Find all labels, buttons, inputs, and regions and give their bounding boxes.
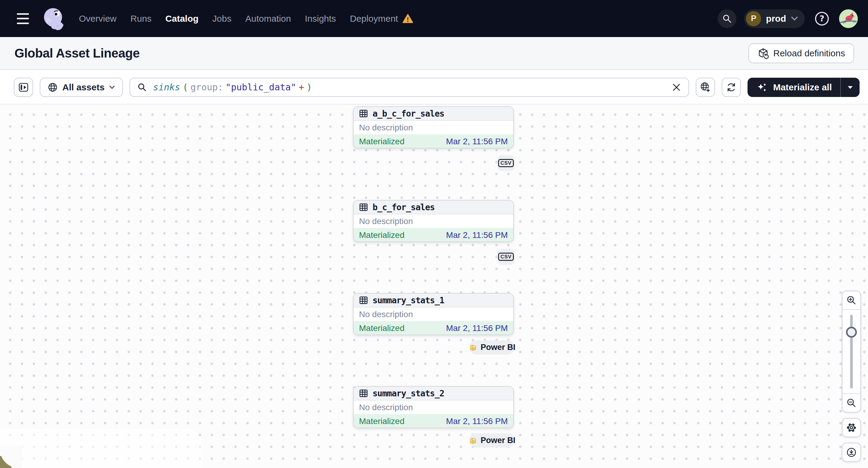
status-badge: Materialized xyxy=(359,416,404,426)
deployment-switcher[interactable]: P prod xyxy=(744,9,805,28)
asset-name: b_c_for_sales xyxy=(373,202,435,212)
dagster-logo-icon[interactable] xyxy=(42,7,65,30)
deployment-name: prod xyxy=(766,13,786,24)
status-badge: Materialized xyxy=(359,230,404,240)
asset-scope-label: All assets xyxy=(62,82,104,92)
powerbi-label: Power BI xyxy=(481,436,516,445)
page-header: Global Asset Lineage Reload definitions xyxy=(0,37,868,70)
question-icon: ? xyxy=(814,11,830,27)
asset-node-summary-stats-1[interactable]: summary_stats_1 No description Materiali… xyxy=(353,293,514,335)
query-close-paren: ) xyxy=(307,82,312,92)
nav-item-automation[interactable]: Automation xyxy=(245,13,291,24)
primary-nav: Overview Runs Catalog Jobs Automation In… xyxy=(79,13,413,24)
asset-status-row: Materialized Mar 2, 11:56 PM xyxy=(353,134,513,149)
zoom-in-icon xyxy=(846,295,857,305)
asset-node-b-c-for-sales[interactable]: b_c_for_sales No description Materialize… xyxy=(353,200,514,242)
materialization-timestamp[interactable]: Mar 2, 11:56 PM xyxy=(446,230,508,240)
powerbi-icon xyxy=(468,343,477,352)
materialization-timestamp[interactable]: Mar 2, 11:56 PM xyxy=(446,416,508,426)
clear-query-button[interactable] xyxy=(670,81,683,94)
search-icon xyxy=(137,83,147,92)
query-open-paren: ( xyxy=(183,82,188,92)
download-graph-button[interactable] xyxy=(842,443,861,462)
asset-status-row: Materialized Mar 2, 11:56 PM xyxy=(353,321,513,335)
close-icon xyxy=(673,84,680,91)
status-badge: Materialized xyxy=(359,137,404,146)
query-function: sinks xyxy=(153,82,180,92)
nav-item-insights[interactable]: Insights xyxy=(305,13,336,24)
zoom-slider[interactable] xyxy=(842,310,861,393)
warning-icon xyxy=(402,14,413,24)
zoom-slider-track[interactable] xyxy=(850,315,853,388)
caret-down-icon xyxy=(847,86,853,89)
asset-name: a_b_c_for_sales xyxy=(373,109,444,119)
graph-settings-button[interactable] xyxy=(842,418,861,437)
materialization-timestamp[interactable]: Mar 2, 11:56 PM xyxy=(446,323,508,333)
materialize-all-button[interactable]: Materialize all xyxy=(747,78,840,97)
asset-node-a-b-c-for-sales[interactable]: a_b_c_for_sales No description Materiali… xyxy=(353,106,514,149)
sparkles-icon xyxy=(756,81,768,93)
asset-name: summary_stats_2 xyxy=(373,388,444,399)
asset-node-header: b_c_for_sales xyxy=(353,200,513,214)
asset-scope-selector[interactable]: All assets xyxy=(40,78,123,97)
powerbi-kind-tag[interactable]: Power BI xyxy=(469,433,515,447)
nav-right-cluster: P prod ? xyxy=(718,9,858,28)
asset-node-header: summary_stats_2 xyxy=(353,387,513,401)
query-traversal-operator: + xyxy=(299,82,304,92)
csv-kind-tag[interactable]: CSV xyxy=(497,155,515,171)
nav-item-jobs[interactable]: Jobs xyxy=(212,13,231,24)
powerbi-label: Power BI xyxy=(481,343,516,352)
nav-item-overview[interactable]: Overview xyxy=(79,13,117,24)
view-full-graph-button[interactable] xyxy=(696,78,715,97)
zoom-in-button[interactable] xyxy=(842,291,861,310)
asset-selection-input[interactable]: sinks ( group: "public_data" + ) xyxy=(129,78,689,97)
reload-definitions-button[interactable]: Reload definitions xyxy=(748,43,855,63)
refresh-icon xyxy=(726,82,737,93)
nav-item-catalog[interactable]: Catalog xyxy=(165,13,198,24)
asset-description: No description xyxy=(353,308,513,321)
asset-node-header: a_b_c_for_sales xyxy=(353,107,513,121)
nav-item-runs[interactable]: Runs xyxy=(130,13,152,24)
table-icon xyxy=(359,389,368,398)
csv-icon: CSV xyxy=(498,253,514,261)
asset-node-summary-stats-2[interactable]: summary_stats_2 No description Materiali… xyxy=(353,386,514,428)
asset-description: No description xyxy=(353,121,513,134)
zoom-out-icon xyxy=(846,398,857,408)
query-value: "public_data" xyxy=(225,82,297,92)
panel-toggle-icon xyxy=(18,82,29,93)
user-avatar[interactable] xyxy=(839,9,858,28)
csv-icon: CSV xyxy=(498,159,514,167)
materialization-timestamp[interactable]: Mar 2, 11:56 PM xyxy=(446,137,508,146)
csv-kind-tag[interactable]: CSV xyxy=(497,249,515,265)
refresh-button[interactable] xyxy=(722,78,741,97)
page-title: Global Asset Lineage xyxy=(14,46,140,61)
asset-name: summary_stats_1 xyxy=(373,295,444,305)
globe-plus-icon xyxy=(700,82,711,93)
code-location-reload-icon xyxy=(757,48,769,59)
table-icon xyxy=(359,109,368,118)
minimap-glow xyxy=(0,429,202,468)
zoom-out-button[interactable] xyxy=(842,393,861,412)
reload-definitions-label: Reload definitions xyxy=(773,48,845,58)
table-icon xyxy=(359,296,368,305)
help-button[interactable]: ? xyxy=(813,9,831,28)
zoom-slider-thumb[interactable] xyxy=(846,327,857,338)
download-icon xyxy=(846,447,857,458)
deployment-badge: P xyxy=(746,11,761,26)
search-button[interactable] xyxy=(718,9,736,28)
powerbi-kind-tag[interactable]: Power BI xyxy=(469,340,515,354)
open-left-panel-button[interactable] xyxy=(14,78,33,97)
gear-icon xyxy=(846,422,857,433)
status-badge: Materialized xyxy=(359,323,404,333)
chevron-down-icon xyxy=(109,85,115,89)
materialize-options-button[interactable] xyxy=(841,78,860,97)
materialize-split-button: Materialize all xyxy=(747,78,860,97)
top-navbar: Overview Runs Catalog Jobs Automation In… xyxy=(0,0,868,37)
zoom-control-panel xyxy=(842,291,861,413)
menu-icon[interactable] xyxy=(17,13,30,24)
nav-item-deployment[interactable]: Deployment xyxy=(350,13,413,24)
lineage-canvas[interactable]: a_b_c_for_sales No description Materiali… xyxy=(0,105,868,468)
asset-description: No description xyxy=(353,214,513,228)
search-icon xyxy=(722,14,732,24)
globe-icon xyxy=(48,82,58,92)
